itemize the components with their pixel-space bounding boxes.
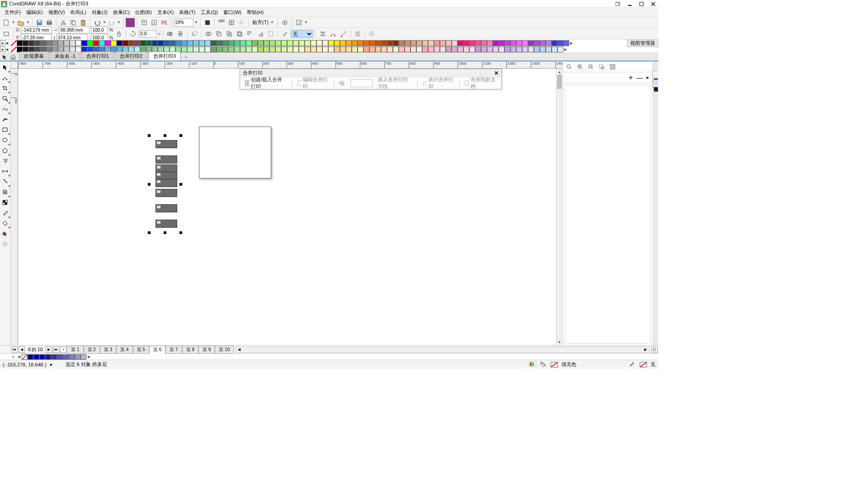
color-swatch[interactable]	[481, 40, 487, 46]
color-swatch[interactable]	[134, 40, 140, 46]
crop-tool[interactable]	[0, 83, 10, 93]
view-list[interactable]	[565, 85, 651, 343]
width-input[interactable]	[59, 26, 90, 33]
color-swatch[interactable]	[363, 40, 369, 46]
color-swatch[interactable]	[475, 47, 481, 52]
color-swatch[interactable]	[187, 47, 193, 52]
horizontal-scrollbar[interactable]: ◀ ▶	[236, 347, 649, 353]
zoom-out-icon[interactable]	[586, 62, 595, 71]
menu-file[interactable]: 文件(F)	[2, 8, 24, 17]
color-swatch[interactable]	[516, 47, 522, 52]
zoom-oneshot-icon[interactable]	[565, 62, 574, 71]
color-swatch[interactable]	[528, 47, 534, 52]
handle-b[interactable]	[164, 231, 166, 234]
color-swatch[interactable]	[446, 40, 452, 46]
handle-tr[interactable]	[179, 134, 182, 137]
color-swatch[interactable]	[217, 47, 222, 52]
color-swatch[interactable]	[240, 47, 246, 52]
merge-edit-button[interactable]: 编辑合并打印	[294, 79, 332, 88]
color-swatch[interactable]	[164, 40, 170, 46]
vertical-ruler[interactable]: 0-50	[11, 69, 18, 345]
color-swatch[interactable]	[140, 40, 146, 46]
color-swatch[interactable]	[340, 47, 346, 52]
color-swatch[interactable]	[264, 40, 269, 46]
doc-color-swatch[interactable]	[69, 354, 75, 360]
color-swatch[interactable]	[469, 40, 475, 46]
color-swatch[interactable]	[322, 47, 328, 52]
color-swatch[interactable]	[552, 40, 557, 46]
undo-button[interactable]	[93, 18, 102, 27]
color-swatch[interactable]	[516, 40, 522, 46]
color-swatch[interactable]	[311, 40, 316, 46]
color-swatch[interactable]	[170, 40, 175, 46]
add-view-button[interactable]: +	[629, 74, 633, 82]
color-swatch[interactable]	[158, 40, 164, 46]
menu-window[interactable]: 窗口(W)	[221, 8, 244, 17]
minimize-button[interactable]	[626, 1, 634, 7]
polygon-tool[interactable]	[0, 145, 10, 155]
color-swatch[interactable]	[369, 40, 375, 46]
status-next-icon[interactable]: ▸	[50, 361, 53, 367]
color-swatch[interactable]	[275, 40, 281, 46]
color-swatch[interactable]	[287, 47, 293, 52]
page-tab[interactable]: 页 5	[133, 346, 149, 354]
color-swatch[interactable]	[293, 47, 299, 52]
boundary-button[interactable]	[266, 29, 275, 38]
menu-table[interactable]: 表格(T)	[176, 8, 198, 17]
color-swatch[interactable]	[217, 40, 222, 46]
handle-bl[interactable]	[148, 231, 151, 234]
pick-tool[interactable]	[0, 62, 10, 72]
color-swatch[interactable]	[199, 40, 205, 46]
page-last[interactable]: ⏭	[53, 347, 59, 353]
color-swatch[interactable]	[75, 40, 81, 46]
doc-palette-right[interactable]: ▶	[86, 355, 92, 359]
color-swatch[interactable]	[222, 40, 228, 46]
color-swatch[interactable]	[546, 47, 552, 52]
color-swatch[interactable]	[281, 40, 287, 46]
color-swatch[interactable]	[146, 40, 152, 46]
color-swatch[interactable]	[228, 47, 234, 52]
outline-width-select[interactable]: 无	[291, 30, 313, 38]
text-tool[interactable]: 字	[0, 156, 10, 166]
color-swatch[interactable]	[99, 40, 105, 46]
mirror-h-button[interactable]	[165, 29, 175, 38]
search-content-button[interactable]	[126, 18, 135, 27]
doc-tab[interactable]: 合并打印2	[115, 52, 147, 61]
color-swatch[interactable]	[540, 47, 546, 52]
color-swatch[interactable]	[440, 40, 446, 46]
edit-anchor-button[interactable]	[339, 29, 348, 38]
x-input[interactable]	[21, 26, 52, 33]
handle-tl[interactable]	[148, 134, 151, 137]
doc-color-swatch[interactable]	[39, 354, 45, 360]
merge-create-button[interactable]: 创建/载入合并打印	[242, 79, 290, 88]
color-swatch[interactable]	[211, 40, 217, 46]
color-swatch[interactable]	[358, 40, 363, 46]
color-swatch[interactable]	[222, 47, 228, 52]
smart-fill-tool[interactable]	[0, 229, 10, 239]
color-swatch[interactable]	[70, 40, 75, 46]
parallel-dimension-tool[interactable]	[0, 166, 10, 176]
rotation-input[interactable]	[139, 30, 157, 38]
color-swatch[interactable]	[281, 47, 287, 52]
page-add[interactable]: +	[60, 347, 66, 353]
color-swatch[interactable]	[40, 40, 46, 46]
show-grid-button[interactable]	[227, 18, 236, 27]
color-swatch[interactable]	[416, 40, 422, 46]
open-button[interactable]	[16, 18, 25, 27]
color-swatch[interactable]	[17, 40, 23, 46]
color-swatch[interactable]	[246, 47, 252, 52]
artistic-media-tool[interactable]	[0, 114, 10, 124]
ruler-corner[interactable]	[11, 61, 18, 69]
lock-ratio-button[interactable]	[114, 29, 123, 38]
color-swatch[interactable]	[334, 47, 340, 52]
page-tab[interactable]: 页 9	[198, 346, 215, 354]
color-swatch[interactable]	[375, 47, 381, 52]
hscroll-right[interactable]: ▶	[642, 347, 649, 352]
doc-palette-options[interactable]: ▸	[11, 355, 16, 359]
back-minus-front-button[interactable]	[256, 29, 265, 38]
save-button[interactable]	[35, 18, 44, 27]
delete-view-button[interactable]: —	[637, 74, 643, 81]
palette-left-1[interactable]: ◀	[5, 41, 11, 45]
menu-effects[interactable]: 效果(C)	[110, 8, 132, 17]
doc-tab[interactable]: 合并打印3	[148, 52, 181, 61]
